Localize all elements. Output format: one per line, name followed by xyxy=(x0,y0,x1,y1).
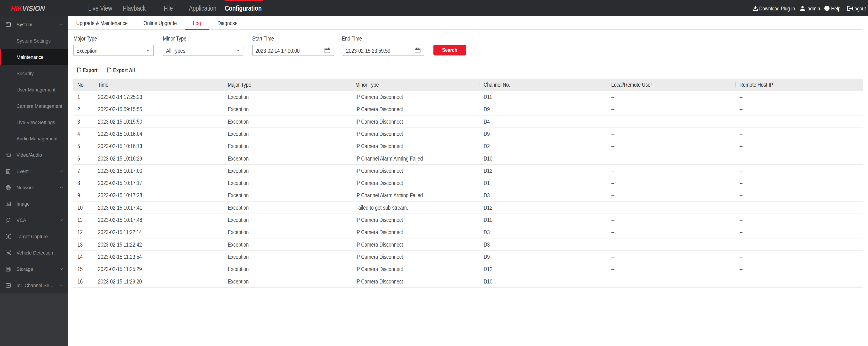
svg-text:IOT: IOT xyxy=(6,284,10,287)
